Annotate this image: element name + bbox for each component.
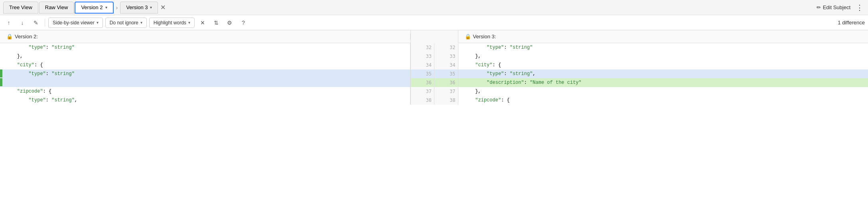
right-code-cell: "city": { bbox=[461, 61, 868, 69]
right-code-cell: }, bbox=[461, 87, 868, 96]
tab-version3-label: Version 3 bbox=[126, 4, 148, 10]
lock-icon-left: 🔒 bbox=[6, 34, 13, 40]
separator-1 bbox=[45, 19, 45, 27]
toolbar: ↑ ↓ ✎ Side-by-side viewer ▾ Do not ignor… bbox=[0, 15, 868, 30]
table-row: "zipcode": { bbox=[458, 96, 868, 105]
left-code-cell: "type": "string" bbox=[2, 43, 410, 52]
up-arrow-icon: ↑ bbox=[8, 20, 10, 26]
tab-raw-view-label: Raw View bbox=[45, 4, 68, 10]
ignore-dropdown[interactable]: Do not ignore ▾ bbox=[105, 18, 147, 28]
center-row: 3232 bbox=[411, 43, 458, 52]
sync-scroll-button[interactable]: ⇅ bbox=[211, 18, 222, 28]
settings-button[interactable]: ⚙ bbox=[224, 18, 235, 28]
diff-count: 1 difference bbox=[838, 20, 865, 26]
table-row: "type": "string" bbox=[458, 43, 868, 52]
ignore-label: Do not ignore bbox=[110, 20, 138, 26]
highlight-label: Highlight words bbox=[154, 20, 186, 26]
up-button[interactable]: ↑ bbox=[3, 18, 14, 28]
version2-header-label: Version 2: bbox=[15, 34, 38, 40]
center-row: 3333 bbox=[411, 52, 458, 61]
tab-version2[interactable]: Version 2 ▾ bbox=[75, 2, 113, 14]
edit-subject-label: Edit Subject bbox=[823, 4, 850, 10]
table-row: }, bbox=[0, 52, 410, 61]
lock-icon-right: 🔒 bbox=[465, 34, 471, 40]
side-by-side-label: Side-by-side viewer bbox=[53, 20, 95, 26]
left-code-cell: "city": { bbox=[2, 61, 410, 69]
side-by-side-chevron-icon: ▾ bbox=[97, 20, 99, 25]
table-row: }, bbox=[458, 52, 868, 61]
ignore-chevron-icon: ▾ bbox=[140, 20, 142, 25]
version3-header-label: Version 3: bbox=[473, 34, 496, 40]
center-row: 3434 bbox=[411, 61, 458, 69]
center-row: 3535 bbox=[411, 69, 458, 78]
center-row: 3636 bbox=[411, 78, 458, 87]
table-row: "type": "string" bbox=[0, 43, 410, 52]
tab-bar: Tree View Raw View Version 2 ▾ › Version… bbox=[0, 0, 868, 15]
left-code-cell bbox=[2, 78, 410, 87]
diff-content: "type": "string" }, "city": { "type": "s… bbox=[0, 43, 868, 105]
left-code-cell: }, bbox=[2, 52, 410, 61]
left-code-cell: "type": "string" bbox=[2, 69, 410, 78]
more-options-button[interactable]: ⋮ bbox=[854, 2, 865, 14]
highlight-chevron-icon: ▾ bbox=[188, 20, 190, 25]
center-row: 3737 bbox=[411, 87, 458, 96]
tab-tree-view[interactable]: Tree View bbox=[3, 2, 38, 14]
edit-icon: ✏ bbox=[817, 4, 821, 10]
center-header bbox=[410, 30, 458, 43]
help-icon: ? bbox=[242, 20, 245, 26]
left-code-cell: "zipcode": { bbox=[2, 87, 410, 96]
tab-version2-label: Version 2 bbox=[81, 4, 103, 10]
right-panel: "type": "string" }, "city": { "type": "s… bbox=[458, 43, 868, 105]
table-row: "type": "string", bbox=[458, 69, 868, 78]
chevron-down-icon-v3: ▾ bbox=[150, 5, 152, 10]
left-panel: "type": "string" }, "city": { "type": "s… bbox=[0, 43, 410, 105]
version-headers: 🔒 Version 2: 🔒 Version 3: bbox=[0, 30, 868, 43]
down-arrow-icon: ↓ bbox=[21, 20, 24, 26]
tab-tree-view-label: Tree View bbox=[9, 4, 32, 10]
right-code-cell: "type": "string" bbox=[461, 43, 868, 52]
table-row: "type": "string", bbox=[0, 96, 410, 105]
center-line-numbers: 3232333334343535363637373838 bbox=[410, 43, 458, 105]
table-row: }, bbox=[458, 87, 868, 96]
table-row: "description": "Name of the city" bbox=[458, 78, 868, 87]
left-code-cell: "type": "string", bbox=[2, 96, 410, 105]
tab-raw-view[interactable]: Raw View bbox=[39, 2, 74, 14]
gear-icon: ⚙ bbox=[227, 20, 232, 26]
collapse-icon: ✕ bbox=[200, 20, 205, 26]
help-button[interactable]: ? bbox=[238, 18, 249, 28]
collapse-button[interactable]: ✕ bbox=[197, 18, 208, 28]
side-by-side-dropdown[interactable]: Side-by-side viewer ▾ bbox=[48, 18, 103, 28]
right-code-cell: }, bbox=[461, 52, 868, 61]
table-row: "city": { bbox=[458, 61, 868, 69]
tab-version3[interactable]: Version 3 ▾ bbox=[120, 2, 158, 14]
table-row: "zipcode": { bbox=[0, 87, 410, 96]
chevron-down-icon: ▾ bbox=[105, 5, 107, 10]
pencil-icon: ✎ bbox=[34, 20, 38, 26]
center-row: 3838 bbox=[411, 96, 458, 105]
table-row bbox=[0, 78, 410, 87]
close-tab-button[interactable]: ✕ bbox=[159, 3, 167, 12]
right-code-cell: "zipcode": { bbox=[461, 96, 868, 105]
sync-scroll-icon: ⇅ bbox=[214, 20, 219, 26]
table-row: "city": { bbox=[0, 61, 410, 69]
tab-separator: › bbox=[116, 4, 118, 11]
edit-subject-button[interactable]: ✏ Edit Subject bbox=[813, 3, 854, 12]
version3-header: 🔒 Version 3: bbox=[458, 34, 868, 40]
highlight-dropdown[interactable]: Highlight words ▾ bbox=[149, 18, 195, 28]
right-code-cell: "type": "string", bbox=[461, 69, 868, 78]
edit-button[interactable]: ✎ bbox=[30, 18, 41, 28]
table-row: "type": "string" bbox=[0, 69, 410, 78]
down-button[interactable]: ↓ bbox=[17, 18, 28, 28]
version2-header: 🔒 Version 2: bbox=[0, 34, 410, 40]
right-code-cell: "description": "Name of the city" bbox=[461, 78, 868, 87]
